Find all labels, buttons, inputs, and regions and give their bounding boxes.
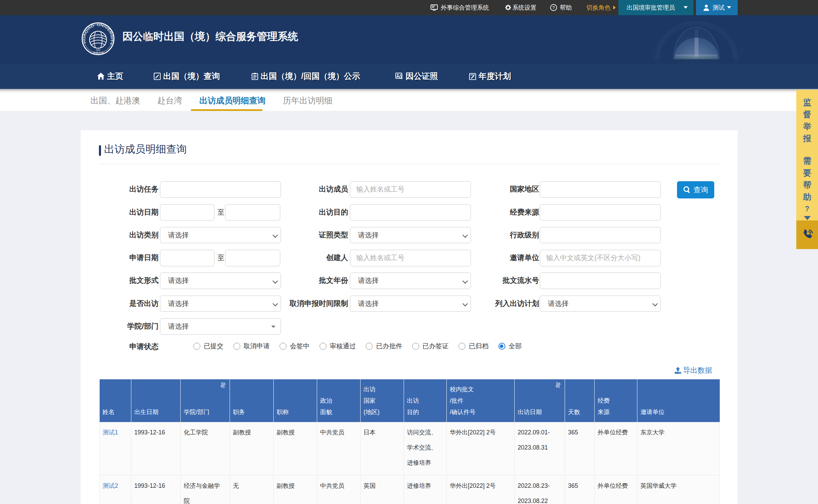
svg-text:华侨大学: 华侨大学 — [93, 51, 104, 54]
svg-text:?: ? — [553, 5, 555, 10]
svg-text:1960: 1960 — [96, 49, 100, 51]
svg-text:HUAQIAO UNIVERSITY: HUAQIAO UNIVERSITY — [82, 23, 114, 45]
